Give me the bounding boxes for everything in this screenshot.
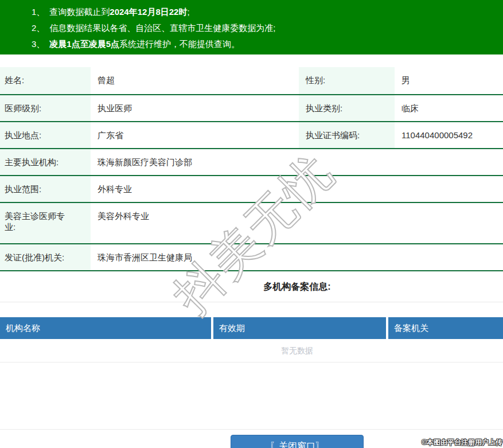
notice-text-bold: 凌晨1点至凌晨5点 (49, 39, 119, 49)
certificate-no-label: 执业证书编码: (299, 122, 395, 148)
backup-col-filing-authority: 备案机关 (388, 317, 503, 339)
notice-text-bold: 2024年12月8日22时 (110, 7, 187, 17)
practice-scope-label: 执业范围: (0, 176, 91, 202)
info-row-issuing-authority: 发证(批准)机关: 珠海市香洲区卫生健康局 (0, 244, 503, 271)
notice-text: 信息数据结果以各省、自治区、直辖市卫生健康委数据为准; (49, 23, 275, 33)
info-row-location-certificate: 执业地点: 广东省 执业证书编码: 110440400005492 (0, 122, 503, 149)
practice-category-value: 临床 (395, 95, 503, 121)
close-window-button[interactable]: 〖关闭窗口〗 (231, 435, 364, 448)
main-institution-value: 珠海新颜医疗美容门诊部 (91, 149, 503, 175)
notice-text: ; (187, 7, 189, 17)
notice-line-1: 1、查询数据截止到2024年12月8日22时; (32, 4, 503, 20)
backup-table-header: 机构名称 有效期 备案机关 (0, 317, 503, 339)
backup-col-validity-period: 有效期 (213, 317, 386, 339)
gender-value: 男 (395, 67, 503, 94)
name-value: 曾超 (91, 67, 299, 94)
practice-scope-value: 外科专业 (91, 176, 503, 202)
notice-line-2: 2、信息数据结果以各省、自治区、直辖市卫生健康委数据为准; (32, 20, 503, 36)
info-row-name-gender: 姓名: 曾超 性别: 男 (0, 67, 503, 95)
doctor-info-table: 姓名: 曾超 性别: 男 医师级别: 执业医师 执业类别: 临床 执业地点: 广… (0, 67, 503, 271)
notice-text: 系统进行维护，不能提供查询。 (119, 39, 240, 49)
doctor-level-label: 医师级别: (0, 95, 91, 121)
issuing-authority-value: 珠海市香洲区卫生健康局 (91, 244, 503, 270)
info-row-level-category: 医师级别: 执业医师 执业类别: 临床 (0, 95, 503, 122)
backup-table-empty-text: 暂无数据 (0, 339, 503, 363)
doctor-level-value: 执业医师 (91, 95, 299, 121)
notice-text: 查询数据截止到 (49, 7, 110, 17)
page: 1、查询数据截止到2024年12月8日22时; 2、信息数据结果以各省、自治区、… (0, 0, 503, 448)
notice-number: 2、 (32, 23, 45, 33)
practice-category-label: 执业类别: (299, 95, 395, 121)
main-institution-label: 主要执业机构: (0, 149, 91, 175)
info-row-practice-scope: 执业范围: 外科专业 (0, 176, 503, 203)
certificate-no-value: 110440400005492 (395, 122, 503, 148)
info-row-main-institution: 主要执业机构: 珠海新颜医疗美容门诊部 (0, 149, 503, 176)
cosmetic-specialty-label: 美容主诊医师专业: (0, 203, 91, 243)
practice-location-value: 广东省 (91, 122, 299, 148)
name-label: 姓名: (0, 67, 91, 94)
practice-location-label: 执业地点: (0, 122, 91, 148)
notice-line-3: 3、凌晨1点至凌晨5点系统进行维护，不能提供查询。 (32, 36, 503, 52)
button-row: 〖关闭窗口〗 (0, 430, 503, 448)
notice-number: 3、 (32, 39, 45, 49)
gender-label: 性别: (299, 67, 395, 94)
cosmetic-specialty-value: 美容外科专业 (91, 203, 503, 243)
backup-section-title: 多机构备案信息: (0, 271, 503, 302)
notice-number: 1、 (32, 7, 45, 17)
spacer (0, 363, 503, 430)
issuing-authority-label: 发证(批准)机关: (0, 244, 91, 270)
notice-banner: 1、查询数据截止到2024年12月8日22时; 2、信息数据结果以各省、自治区、… (0, 0, 503, 54)
info-row-cosmetic-specialty: 美容主诊医师专业: 美容外科专业 (0, 203, 503, 244)
backup-col-institution-name: 机构名称 (0, 317, 211, 339)
